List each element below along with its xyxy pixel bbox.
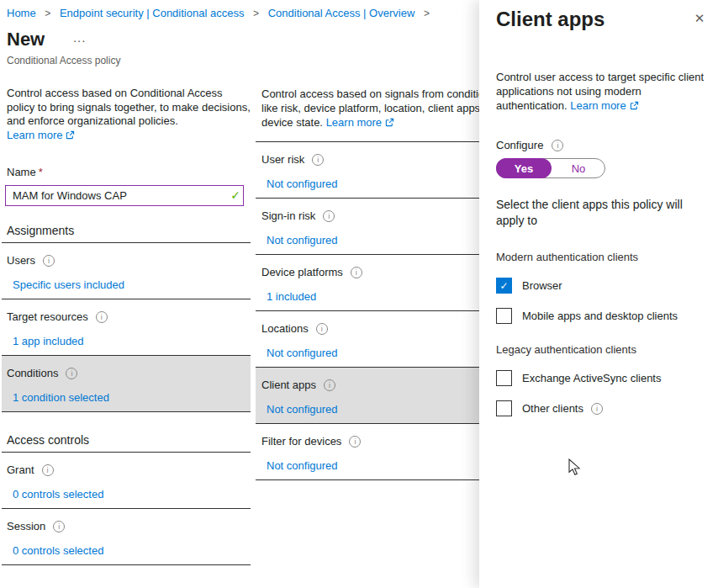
client-apps-value-link[interactable]: Not configured — [256, 403, 504, 416]
toggle-yes-option[interactable]: Yes — [496, 158, 552, 178]
info-icon[interactable] — [351, 267, 362, 278]
close-icon[interactable]: ✕ — [691, 10, 708, 27]
configure-field: Configure — [496, 139, 705, 151]
access-controls-heading: Access controls — [2, 433, 251, 453]
info-icon[interactable] — [591, 403, 603, 415]
configure-toggle[interactable]: Yes No — [496, 158, 605, 178]
policy-name-input[interactable] — [5, 185, 244, 206]
device-platforms-label: Device platforms — [261, 266, 343, 278]
device-platforms-value-link[interactable]: 1 included — [256, 290, 504, 303]
filter-for-devices-label: Filter for devices — [261, 435, 341, 448]
filter-for-devices-value-link[interactable]: Not configured — [256, 459, 504, 472]
filter-for-devices-row[interactable]: Filter for devices Not configured — [256, 424, 504, 480]
exchange-activesync-checkbox-row[interactable]: Exchange ActiveSync clients — [496, 370, 705, 386]
browser-checkbox[interactable] — [496, 278, 512, 294]
locations-label: Locations — [261, 322, 309, 335]
grant-row[interactable]: Grant 0 controls selected — [2, 453, 251, 509]
mobile-apps-label: Mobile apps and desktop clients — [522, 310, 678, 322]
other-clients-checkbox[interactable] — [496, 400, 512, 416]
more-actions-button[interactable]: ... — [73, 30, 87, 45]
sign-in-risk-row[interactable]: Sign-in risk Not configured — [256, 199, 504, 255]
session-label: Session — [7, 520, 45, 532]
locations-value-link[interactable]: Not configured — [256, 347, 504, 359]
other-clients-checkbox-row[interactable]: Other clients — [496, 400, 705, 416]
session-value-link[interactable]: 0 controls selected — [2, 544, 251, 557]
valid-checkmark-icon — [230, 188, 240, 202]
info-icon[interactable] — [312, 154, 324, 166]
session-row[interactable]: Session 0 controls selected — [2, 509, 251, 565]
assignments-heading: Assignments — [2, 224, 251, 243]
breadcrumb-chevron-icon: > — [45, 8, 50, 19]
client-apps-row[interactable]: Client apps Not configured — [256, 368, 504, 424]
user-risk-row[interactable]: User risk Not configured — [256, 142, 504, 199]
grant-value-link[interactable]: 0 controls selected — [2, 488, 251, 501]
breadcrumb-link-endpoint-security[interactable]: Endpoint security | Conditional access — [60, 7, 244, 19]
conditions-description: Control access based on signals from con… — [256, 87, 504, 142]
breadcrumb-chevron-icon: > — [253, 8, 259, 19]
users-value-link[interactable]: Specific users included — [2, 278, 251, 291]
conditions-row[interactable]: Conditions 1 condition selected — [2, 356, 251, 412]
configure-label: Configure — [496, 139, 543, 151]
client-apps-label: Client apps — [261, 379, 316, 391]
sign-in-risk-value-link[interactable]: Not configured — [256, 234, 504, 246]
page-header: New ... Conditional Access policy — [7, 29, 120, 66]
info-icon[interactable] — [53, 521, 65, 532]
panel-description: Control user access to target specific c… — [496, 70, 705, 114]
exchange-activesync-label: Exchange ActiveSync clients — [522, 372, 661, 384]
target-resources-value-link[interactable]: 1 app included — [2, 335, 251, 347]
breadcrumb-link-home[interactable]: Home — [7, 7, 36, 19]
info-icon[interactable] — [66, 368, 77, 379]
policy-description: Control access based on Conditional Acce… — [2, 87, 251, 143]
learn-more-link[interactable]: Learn more — [7, 129, 62, 141]
conditions-column: Control access based on signals from con… — [256, 87, 504, 480]
learn-more-link[interactable]: Learn more — [326, 116, 382, 129]
user-risk-value-link[interactable]: Not configured — [256, 177, 504, 190]
users-row[interactable]: Users Specific users included — [2, 243, 251, 299]
select-client-apps-text: Select the client apps this policy will … — [496, 197, 708, 229]
policy-basics-column: Control access based on Conditional Acce… — [2, 87, 251, 565]
browser-label: Browser — [522, 279, 562, 292]
external-link-icon — [385, 116, 394, 130]
info-icon[interactable] — [323, 210, 335, 222]
external-link-icon — [66, 130, 75, 144]
info-icon[interactable] — [552, 140, 563, 151]
external-link-icon — [630, 99, 639, 114]
page-subtitle: Conditional Access policy — [7, 55, 120, 66]
client-apps-panel: ✕ Client apps Control user access to tar… — [479, 0, 718, 588]
browser-checkbox-row[interactable]: Browser — [496, 278, 705, 294]
exchange-activesync-checkbox[interactable] — [496, 370, 512, 386]
modern-auth-group-label: Modern authentication clients — [496, 251, 705, 263]
locations-row[interactable]: Locations Not configured — [256, 311, 504, 368]
info-icon[interactable] — [316, 323, 328, 335]
user-risk-label: User risk — [261, 153, 304, 166]
info-icon[interactable] — [324, 379, 335, 391]
grant-label: Grant — [7, 464, 34, 476]
conditions-value-link[interactable]: 1 condition selected — [2, 391, 251, 404]
info-icon[interactable] — [349, 436, 361, 448]
sign-in-risk-label: Sign-in risk — [261, 209, 315, 222]
mobile-apps-checkbox[interactable] — [496, 308, 512, 324]
toggle-no-option[interactable]: No — [552, 159, 604, 177]
conditions-label: Conditions — [7, 367, 58, 379]
name-field-label: Name* — [2, 166, 251, 178]
breadcrumb: Home > Endpoint security | Conditional a… — [7, 7, 436, 19]
legacy-auth-group-label: Legacy authentication clients — [496, 343, 705, 356]
users-label: Users — [7, 254, 35, 267]
device-platforms-row[interactable]: Device platforms 1 included — [256, 255, 504, 311]
info-icon[interactable] — [43, 255, 55, 267]
info-icon[interactable] — [96, 311, 108, 323]
learn-more-link[interactable]: Learn more — [570, 99, 626, 112]
required-marker: * — [39, 166, 43, 178]
breadcrumb-link-conditional-access-overview[interactable]: Conditional Access | Overview — [268, 7, 415, 19]
panel-title: Client apps — [496, 0, 705, 31]
target-resources-label: Target resources — [7, 310, 88, 323]
mouse-cursor — [568, 458, 582, 479]
page-title: New — [7, 29, 45, 50]
target-resources-row[interactable]: Target resources 1 app included — [2, 299, 251, 356]
info-icon[interactable] — [42, 464, 54, 476]
mobile-apps-checkbox-row[interactable]: Mobile apps and desktop clients — [496, 308, 705, 324]
breadcrumb-chevron-icon: > — [424, 8, 430, 19]
other-clients-label: Other clients — [522, 402, 583, 415]
